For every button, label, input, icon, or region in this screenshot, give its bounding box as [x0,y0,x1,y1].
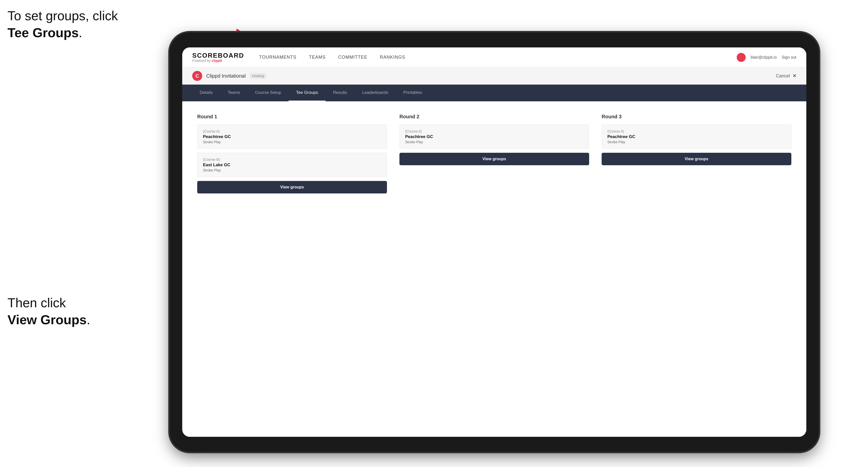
user-avatar [737,53,746,62]
instruction-view-groups-bold: View Groups [7,312,87,327]
nav-tournaments[interactable]: TOURNAMENTS [259,55,297,60]
logo-brand: clippit [212,59,222,63]
logo-scoreboard: SCOREBOARD [192,52,244,59]
event-bar-left: C Clippd Invitational Hosting [192,71,267,81]
instruction-top: To set groups, click Tee Groups. [7,7,118,41]
round-3-course-a-label: (Course A) [608,129,786,133]
instruction-tee-groups-bold: Tee Groups [7,26,79,40]
top-nav-right: blair@clippit.io Sign out [737,53,796,62]
top-nav: SCOREBOARD Powered by clippit TOURNAMENT… [182,48,806,67]
event-bar: C Clippd Invitational Hosting Cancel ✕ [182,67,806,85]
round-3-course-a-card: (Course A) Peachtree GC Stroke Play [601,125,792,149]
round-2-course-a-card: (Course A) Peachtree GC Stroke Play [399,125,589,149]
round-3-title: Round 3 [601,114,792,120]
tab-tee-groups[interactable]: Tee Groups [288,85,326,101]
tab-details[interactable]: Details [192,85,220,101]
instruction-period: . [79,26,82,40]
cancel-button[interactable]: Cancel ✕ [776,73,796,79]
round-2-title: Round 2 [399,114,589,120]
event-logo: C [192,71,202,81]
logo-area: SCOREBOARD Powered by clippit [192,52,244,63]
round-1-course-a-name: Peachtree GC [203,134,381,139]
tablet-device: SCOREBOARD Powered by clippit TOURNAMENT… [170,32,819,452]
round-2-course-a-format: Stroke Play [405,140,583,144]
instruction-bottom-line1: Then click [7,295,66,310]
round-1-course-a-label: (Course A) [203,129,381,133]
round-2-course-a-label: (Course A) [405,129,583,133]
cancel-label: Cancel [776,73,790,79]
tablet-screen: SCOREBOARD Powered by clippit TOURNAMENT… [182,48,806,437]
round-1-view-groups-button[interactable]: View groups [197,181,387,193]
nav-committee[interactable]: COMMITTEE [338,55,368,60]
event-name: Clippd Invitational [206,73,246,79]
round-1-course-b-card: (Course B) East Lake GC Stroke Play [197,153,387,177]
tab-bar: Details Teams Course Setup Tee Groups Re… [182,85,806,101]
round-1-section: Round 1 (Course A) Peachtree GC Stroke P… [197,114,387,193]
logo-sub: Powered by clippit [192,59,244,63]
instruction-bottom-period: . [87,312,90,327]
tab-results[interactable]: Results [326,85,355,101]
round-1-title: Round 1 [197,114,387,120]
round-1-course-b-label: (Course B) [203,157,381,161]
round-2-course-a-name: Peachtree GC [405,134,583,139]
round-1-course-a-card: (Course A) Peachtree GC Stroke Play [197,125,387,149]
round-1-course-a-format: Stroke Play [203,140,381,144]
tab-leaderboards[interactable]: Leaderboards [355,85,396,101]
sign-out-link[interactable]: Sign out [782,55,796,60]
nav-rankings[interactable]: RANKINGS [380,55,405,60]
round-2-view-groups-button[interactable]: View groups [399,153,589,165]
tab-printables[interactable]: Printables [396,85,430,101]
rounds-grid: Round 1 (Course A) Peachtree GC Stroke P… [197,114,792,193]
user-email: blair@clippit.io [751,55,777,60]
main-content: Round 1 (Course A) Peachtree GC Stroke P… [182,101,806,437]
instruction-bottom: Then click View Groups. [7,294,90,328]
round-3-course-a-format: Stroke Play [608,140,786,144]
cancel-area: Cancel ✕ [776,73,796,79]
round-3-view-groups-button[interactable]: View groups [601,153,792,165]
hosting-badge: Hosting [250,73,267,79]
cancel-x-icon: ✕ [793,73,796,79]
round-2-section: Round 2 (Course A) Peachtree GC Stroke P… [399,114,589,193]
round-3-course-a-name: Peachtree GC [608,134,786,139]
nav-teams[interactable]: TEAMS [309,55,326,60]
tab-course-setup[interactable]: Course Setup [248,85,288,101]
round-1-course-b-format: Stroke Play [203,168,381,172]
instruction-top-line1: To set groups, click [7,8,118,23]
top-nav-links: TOURNAMENTS TEAMS COMMITTEE RANKINGS [259,55,722,60]
round-1-course-b-name: East Lake GC [203,162,381,167]
tab-teams[interactable]: Teams [220,85,248,101]
round-3-section: Round 3 (Course A) Peachtree GC Stroke P… [601,114,792,193]
